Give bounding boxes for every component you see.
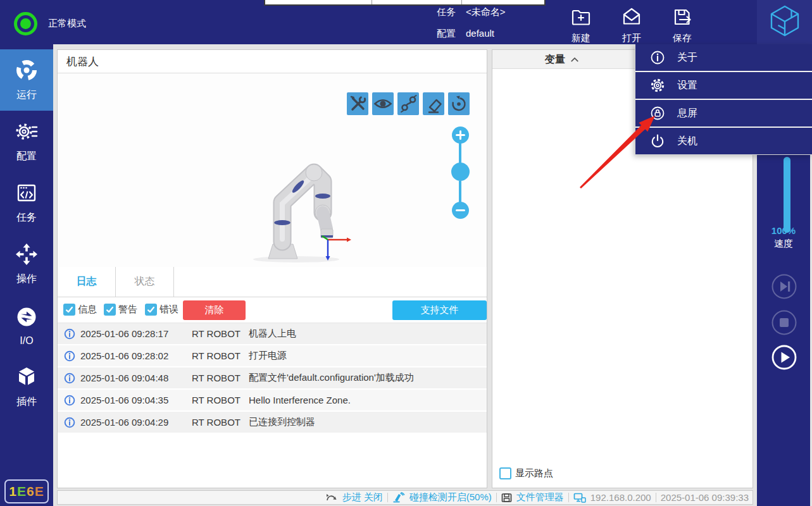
sidebar-item-io[interactable]: I/O — [0, 295, 53, 356]
menu-item-about[interactable]: 关于 — [635, 44, 812, 71]
config-label: 配置 — [437, 28, 456, 40]
save-icon — [671, 6, 693, 30]
log-row[interactable]: 2025-01-06 09:04:48 RT ROBOT 配置文件'defaul… — [58, 367, 487, 388]
log-time: 2025-01-06 09:04:35 — [80, 395, 192, 405]
sidebar-item-label: 插件 — [16, 395, 37, 409]
menu-item-screen-off[interactable]: 息屏 — [635, 100, 812, 126]
new-task-label: 新建 — [572, 32, 590, 44]
support-file-button[interactable]: 支持文件 — [392, 300, 487, 320]
log-row[interactable]: 2025-01-06 09:04:35 RT ROBOT Hello Inter… — [58, 390, 487, 410]
eraser-button[interactable] — [423, 92, 444, 115]
divider — [568, 493, 569, 502]
open-icon — [621, 6, 642, 30]
tab-status-label: 状态 — [135, 275, 155, 288]
filter-info-checkbox[interactable]: 信息 — [63, 304, 97, 316]
speed-slider[interactable] — [784, 157, 790, 233]
sidebar-item-configure[interactable]: 配置 — [0, 111, 53, 172]
menu-item-settings[interactable]: 设置 — [635, 72, 812, 99]
brand-logo-icon — [768, 4, 801, 40]
mode-indicator: 正常模式 — [14, 12, 86, 35]
log-row[interactable]: 2025-01-06 09:04:29 RT ROBOT 已连接到控制器 — [58, 412, 487, 433]
task-row: 任务 <未命名> — [437, 6, 506, 18]
save-task-button[interactable]: 保存 — [658, 6, 706, 44]
log-time: 2025-01-06 09:04:29 — [80, 417, 192, 428]
sidebar-item-jog[interactable]: 操作 — [0, 233, 53, 295]
log-source: RT ROBOT — [192, 328, 242, 339]
trajectory-button[interactable] — [397, 92, 419, 115]
divider — [387, 493, 388, 502]
log-status-tabs: 日志 状态 — [58, 267, 487, 297]
robot-panel-title: 机器人 — [66, 54, 99, 69]
menu-item-label: 关机 — [677, 135, 697, 148]
zoom-slider-handle[interactable] — [451, 163, 470, 181]
sidebar-item-task[interactable]: 任务 — [0, 172, 53, 233]
log-row[interactable]: 2025-01-06 09:28:02 RT ROBOT 打开电源 — [58, 345, 487, 366]
new-task-button[interactable]: 新建 — [557, 6, 605, 44]
gear-list-icon — [15, 120, 39, 146]
log-time: 2025-01-06 09:04:48 — [80, 373, 192, 383]
speed-label: 速度 — [757, 238, 810, 250]
tools-button[interactable] — [347, 92, 368, 115]
io-swap-icon — [15, 305, 39, 331]
file-manager-icon — [501, 493, 512, 503]
sidebar-item-run[interactable]: 运行 — [0, 49, 53, 111]
clear-log-button[interactable]: 清除 — [183, 300, 246, 320]
mode-status-icon — [14, 12, 37, 35]
collision-detect-icon — [392, 492, 405, 503]
zoom-in-button[interactable] — [452, 126, 469, 144]
mode-label: 正常模式 — [48, 18, 86, 30]
system-dropdown-menu: 关于 设置 息屏 关机 — [635, 44, 812, 155]
robot-log-panel: 机器人 — [57, 49, 487, 488]
speed-percent: 100% — [757, 225, 810, 236]
robot-3d-view[interactable] — [58, 73, 487, 267]
checkbox-checked-icon — [104, 304, 116, 316]
file-manager-link[interactable]: 文件管理器 — [516, 491, 564, 503]
variables-collapse-toggle[interactable]: 变量 — [537, 50, 587, 69]
sidebar-item-plugin[interactable]: 插件 — [0, 356, 53, 417]
show-waypoints-checkbox[interactable]: 显示路点 — [499, 467, 553, 479]
status-bar: 步进 关闭 碰撞检测开启(50%) 文件管理器 192.168.0.200 20… — [57, 490, 753, 505]
info-circle-icon — [64, 350, 75, 362]
play-button[interactable] — [771, 345, 797, 370]
top-partial-dropdown[interactable] — [264, 0, 546, 6]
tab-log[interactable]: 日志 — [58, 267, 116, 297]
reset-view-button[interactable] — [448, 92, 470, 115]
step-mode-status[interactable]: 步进 关闭 — [342, 491, 383, 503]
log-row[interactable]: 2025-01-06 09:28:17 RT ROBOT 机器人上电 — [58, 323, 487, 344]
badge-char: 6 — [27, 484, 35, 499]
filter-warning-checkbox[interactable]: 警告 — [104, 304, 137, 316]
open-task-button[interactable]: 打开 — [608, 6, 656, 44]
task-value: <未命名> — [466, 6, 506, 18]
sidebar-item-label: 任务 — [16, 211, 37, 225]
zoom-out-button[interactable] — [452, 202, 469, 219]
menu-item-shutdown[interactable]: 关机 — [635, 128, 812, 154]
menu-item-label: 关于 — [677, 51, 697, 65]
robot-id-badge[interactable]: 1E6E — [4, 479, 49, 503]
step-next-button[interactable] — [771, 274, 797, 299]
code-window-icon — [15, 181, 39, 207]
log-filter-row: 信息 警告 错误 清除 支持文件 — [58, 297, 487, 323]
visibility-button[interactable] — [372, 92, 394, 115]
sidebar-item-label: I/O — [20, 335, 33, 347]
divider — [496, 493, 497, 502]
network-icon — [573, 493, 586, 503]
system-menu-button[interactable] — [757, 0, 812, 44]
log-message: Hello Interference Zone. — [249, 395, 351, 405]
log-time: 2025-01-06 09:28:02 — [80, 350, 192, 361]
checkbox-checked-icon — [145, 304, 157, 316]
open-task-label: 打开 — [622, 32, 641, 44]
badge-char: E — [35, 484, 44, 499]
filter-error-checkbox[interactable]: 错误 — [145, 304, 178, 316]
checkbox-unchecked-icon — [499, 467, 511, 479]
info-icon — [649, 49, 666, 66]
tab-status[interactable]: 状态 — [116, 267, 174, 297]
robot-arm-render — [251, 154, 361, 269]
variables-title: 变量 — [545, 53, 565, 66]
log-message: 打开电源 — [249, 350, 287, 362]
filter-error-label: 错误 — [159, 304, 178, 316]
stop-button[interactable] — [771, 310, 797, 335]
power-icon — [649, 133, 666, 149]
task-label: 任务 — [437, 6, 456, 18]
collision-detect-status[interactable]: 碰撞检测开启(50%) — [409, 491, 492, 503]
robot-panel-header: 机器人 — [58, 50, 487, 73]
